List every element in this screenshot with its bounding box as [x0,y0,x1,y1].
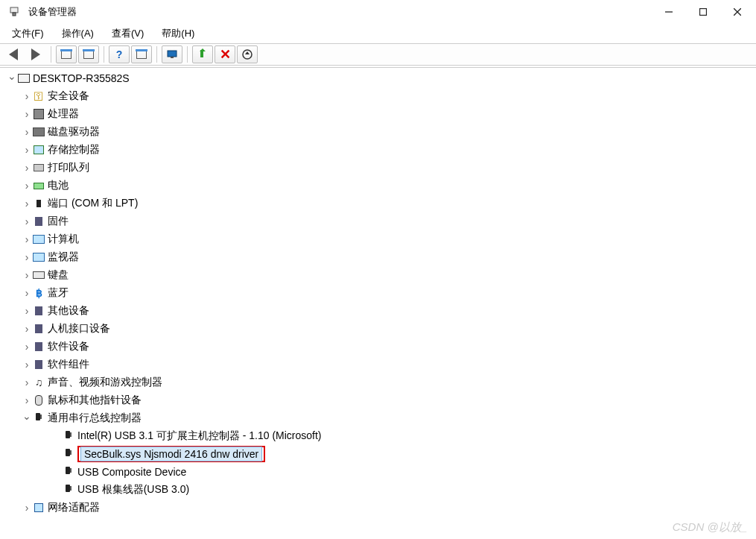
tree-item-label: 计算机 [48,233,79,246]
tree-category[interactable]: 安全设备 [0,87,756,105]
tree-device[interactable]: SecBulk.sys Njsmodi 2416 dnw driver [0,445,756,463]
caret-collapsed-icon[interactable] [21,502,33,514]
ico-key-icon [33,90,45,102]
caret-collapsed-icon[interactable] [21,126,33,138]
caret-collapsed-icon[interactable] [21,162,33,174]
tree-category[interactable]: 声音、视频和游戏控制器 [0,373,756,391]
toolbar-separator [104,46,104,63]
close-button[interactable] [720,0,755,24]
ico-computer-icon [18,72,30,84]
device-tree[interactable]: DESKTOP-R35582S安全设备处理器磁盘驱动器存储控制器打印队列电池端口… [0,67,756,539]
tree-category[interactable]: 人机接口设备 [0,320,756,338]
tree-item-label: 蓝牙 [48,286,69,300]
menu-action[interactable]: 操作(A) [54,25,101,42]
uninstall-device-button[interactable]: ✕ [215,45,235,63]
tree-category[interactable]: 打印队列 [0,159,756,177]
selection: SecBulk.sys Njsmodi 2416 dnw driver [80,447,262,461]
maximize-button[interactable] [686,0,720,24]
scan-hardware-button[interactable] [237,45,258,63]
caret-collapsed-icon[interactable] [21,144,33,156]
tree-item-label: 磁盘驱动器 [48,125,100,139]
help-button[interactable]: ? [109,45,130,63]
ico-generic-icon [33,359,45,371]
forward-button[interactable] [25,45,46,63]
scan-button[interactable] [131,45,152,63]
caret-collapsed-icon[interactable] [21,269,33,281]
arrow-left-icon [9,48,18,60]
caret-collapsed-icon[interactable] [21,215,33,227]
svg-rect-6 [168,51,177,57]
ico-keyboard-icon [33,269,45,281]
minimize-button[interactable] [652,0,686,24]
menu-view[interactable]: 查看(V) [104,25,151,42]
svg-rect-3 [700,9,707,16]
tree-category[interactable]: 存储控制器 [0,141,756,159]
tree-item-label: 端口 (COM 和 LPT) [48,197,138,210]
ico-generic-icon [33,215,45,227]
caret-collapsed-icon[interactable] [21,180,33,192]
caret-collapsed-icon[interactable] [21,394,33,406]
ico-usb-icon [63,430,74,442]
tree-category[interactable]: 端口 (COM 和 LPT) [0,195,756,212]
ico-generic-icon [33,341,45,353]
caret-collapsed-icon[interactable] [21,323,33,335]
ico-monitor-icon [33,233,45,245]
tree-category[interactable]: 其他设备 [0,302,756,320]
tree-category[interactable]: 计算机 [0,230,756,248]
tree-category[interactable]: 蓝牙 [0,284,756,302]
caret-collapsed-icon[interactable] [21,376,33,388]
menu-file[interactable]: 文件(F) [4,25,51,42]
toolbar-separator [187,46,188,63]
ico-net-icon [33,502,45,514]
help-icon: ? [116,48,123,60]
ico-usb-icon [63,466,74,478]
svg-marker-11 [245,51,250,54]
tree-item-label: 鼠标和其他指针设备 [48,394,142,407]
ico-mouse-icon [33,394,45,406]
menu-help[interactable]: 帮助(H) [154,25,202,42]
toolbar: ? ✕ [0,43,756,66]
caret-collapsed-icon[interactable] [21,251,33,263]
ico-generic-icon [33,323,45,335]
tree-category[interactable]: 电池 [0,177,756,195]
caret-expanded-icon[interactable] [21,412,33,424]
tree-category[interactable]: 键盘 [0,266,756,284]
tree-device[interactable]: Intel(R) USB 3.1 可扩展主机控制器 - 1.10 (Micros… [0,427,756,445]
tree-root[interactable]: DESKTOP-R35582S [0,69,756,87]
caret-collapsed-icon[interactable] [21,305,33,317]
show-hidden-button[interactable] [56,45,77,63]
enable-device-button[interactable] [192,45,213,63]
ico-chip-icon [33,108,45,120]
tree-category[interactable]: 固件 [0,212,756,230]
tree-device[interactable]: USB Composite Device [0,463,756,481]
caret-collapsed-icon[interactable] [21,198,33,209]
caret-collapsed-icon[interactable] [21,287,33,299]
caret-collapsed-icon[interactable] [21,341,33,353]
caret-expanded-icon[interactable] [6,72,18,84]
properties-button[interactable] [78,45,99,63]
tree-category[interactable]: 处理器 [0,105,756,123]
tree-item-label: 其他设备 [48,304,89,318]
scan-circle-icon [241,48,253,60]
caret-collapsed-icon[interactable] [21,90,33,102]
tree-device[interactable]: USB 根集线器(USB 3.0) [0,481,756,499]
tree-item-label: 网络适配器 [48,501,100,514]
svg-rect-1 [13,13,16,16]
tree-category[interactable]: 网络适配器 [0,499,756,517]
back-button[interactable] [3,45,24,63]
tree-item-label: SecBulk.sys Njsmodi 2416 dnw driver [84,448,258,460]
caret-collapsed-icon[interactable] [21,233,33,245]
tree-category[interactable]: 通用串行总线控制器 [0,409,756,427]
tree-category[interactable]: 软件设备 [0,338,756,356]
tree-item-label: 打印队列 [48,161,89,174]
caret-collapsed-icon[interactable] [21,359,33,371]
tree-item-label: 存储控制器 [48,143,100,157]
caret-collapsed-icon[interactable] [21,108,33,120]
ico-port-icon [33,198,45,209]
tree-category[interactable]: 监视器 [0,248,756,266]
tree-category[interactable]: 磁盘驱动器 [0,123,756,141]
update-driver-button[interactable] [162,45,182,63]
tree-category[interactable]: 软件组件 [0,356,756,373]
tree-item-label: 人机接口设备 [48,322,110,335]
tree-category[interactable]: 鼠标和其他指针设备 [0,391,756,409]
